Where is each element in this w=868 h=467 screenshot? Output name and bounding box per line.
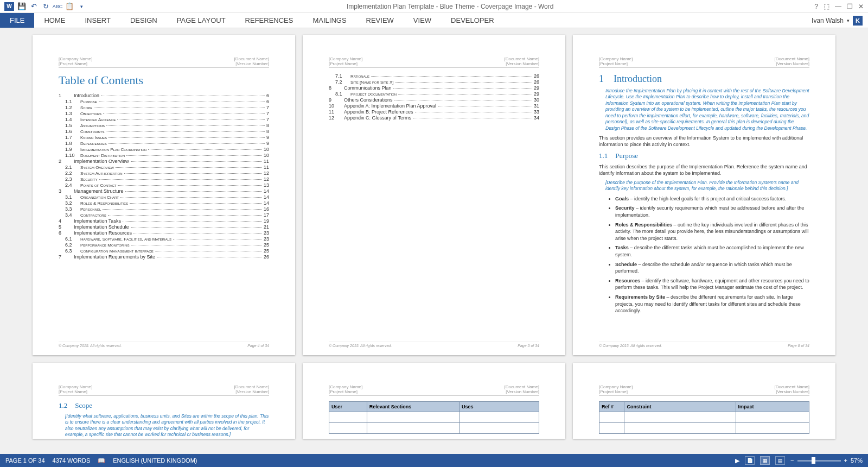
- toc-entry[interactable]: 2.3Security12: [59, 176, 269, 182]
- toc-entry[interactable]: 1.1Purpose6: [59, 99, 269, 104]
- page-count[interactable]: PAGE 1 OF 34: [5, 457, 45, 464]
- toc-entry[interactable]: 7Implementation Requirements by Site26: [59, 254, 269, 260]
- toc-entry[interactable]: 3.2Roles & Responsibilities14: [59, 200, 269, 206]
- scope-instruction: [Identify what software, applications, b…: [59, 413, 269, 438]
- bullet-item: Roles & Responsibilities – outline the k…: [615, 222, 809, 242]
- zoom-out-icon[interactable]: −: [790, 457, 794, 464]
- toc-entry[interactable]: 3.1Organization Chart14: [59, 194, 269, 200]
- close-icon[interactable]: ✕: [858, 3, 864, 10]
- toc-entry[interactable]: 3.4Contractors17: [59, 212, 269, 218]
- toc-entry[interactable]: 7.1Rationale26: [329, 73, 539, 79]
- bullet-item: Goals – identify the high-level goals fo…: [615, 195, 809, 203]
- bullet-item: Resources – identify the software, hardw…: [615, 277, 809, 291]
- toc-heading: Table of Contents: [59, 73, 269, 87]
- toc-entry[interactable]: 4Implementation Tasks19: [59, 218, 269, 224]
- purpose-para: This section describes the purpose of th…: [599, 163, 809, 176]
- bullet-item: Schedule – describe the schedule and/or …: [615, 261, 809, 275]
- user-account[interactable]: Ivan Walsh ▾ K: [812, 16, 868, 26]
- tab-review[interactable]: REVIEW: [356, 13, 404, 28]
- tab-insert[interactable]: INSERT: [75, 13, 120, 28]
- toc-entry[interactable]: 6.2Performance Monitoring25: [59, 242, 269, 248]
- toc-entry[interactable]: 11Appendix B: Project References33: [329, 109, 539, 115]
- heading-purpose: 1.1Purpose: [599, 152, 809, 160]
- redo-icon[interactable]: ↻: [41, 2, 50, 11]
- word-icon[interactable]: W: [4, 2, 14, 11]
- save-icon[interactable]: 💾: [17, 2, 26, 11]
- toc-entry[interactable]: 1.3Objectives7: [59, 111, 269, 116]
- print-layout-icon[interactable]: ▦: [760, 456, 770, 465]
- toc-entry[interactable]: 2.1System Overview11: [59, 165, 269, 170]
- bullet-item: Tasks – describe the different tasks whi…: [615, 244, 809, 258]
- help-icon[interactable]: ?: [814, 3, 818, 10]
- paste-icon[interactable]: 📋: [65, 2, 74, 11]
- ribbon-display-icon[interactable]: ⬚: [824, 3, 829, 10]
- zoom-in-icon[interactable]: +: [844, 457, 847, 464]
- restore-icon[interactable]: ❐: [847, 3, 853, 10]
- macro-icon[interactable]: ▶: [735, 457, 739, 464]
- toc-entry[interactable]: 1.2Scope7: [59, 105, 269, 110]
- intro-instruction: Introduce the Implementation Plan by pla…: [599, 88, 809, 131]
- web-layout-icon[interactable]: ▤: [775, 456, 785, 465]
- page-9: [Company Name][Project Name][Document Na…: [573, 363, 835, 439]
- toc-entry[interactable]: 1.9Implementation Plan Coordination10: [59, 147, 269, 152]
- user-name: Ivan Walsh: [812, 17, 844, 24]
- toc-entry[interactable]: 10Appendix A: Implementation Plan Approv…: [329, 103, 539, 109]
- word-count[interactable]: 4374 WORDS: [53, 457, 91, 464]
- page-5: [Company Name][Project Name][Document Na…: [303, 35, 565, 355]
- bullet-item: Security – identify security requirement…: [615, 205, 809, 218]
- toc-entry[interactable]: 6.3Configuration Management Interface25: [59, 248, 269, 254]
- toc-entry[interactable]: 2Implementation Overview11: [59, 159, 269, 164]
- zoom-slider[interactable]: − + 57%: [790, 457, 863, 464]
- users-table: UserRelevant SectionsUses: [329, 401, 539, 434]
- toc-entry[interactable]: 1Introduction6: [59, 93, 269, 98]
- toc-entry[interactable]: 8Communications Plan29: [329, 85, 539, 91]
- toc-entry[interactable]: 1.10Document Distribution10: [59, 153, 269, 158]
- toc-entry[interactable]: 5Implementation Schedule21: [59, 224, 269, 230]
- tab-page-layout[interactable]: PAGE LAYOUT: [167, 13, 235, 28]
- language[interactable]: ENGLISH (UNITED KINGDOM): [113, 457, 197, 464]
- toc-entry[interactable]: 1.8Dependencies9: [59, 141, 269, 146]
- toc-entry[interactable]: 2.2System Authorization12: [59, 171, 269, 176]
- page-8: [Company Name][Project Name][Document Na…: [303, 363, 565, 439]
- constraints-table: Ref #ConstraintImpact: [599, 401, 809, 434]
- tab-references[interactable]: REFERENCES: [235, 13, 303, 28]
- toc-entry[interactable]: 1.5Assumptions8: [59, 123, 269, 128]
- page-7: [Company Name][Project Name][Document Na…: [33, 363, 295, 439]
- toc-list-1: 1Introduction61.1Purpose61.2Scope71.3Obj…: [59, 93, 269, 260]
- file-tab[interactable]: FILE: [0, 13, 34, 28]
- toc-entry[interactable]: 1.4Intended Audience7: [59, 117, 269, 122]
- minimize-icon[interactable]: —: [835, 3, 841, 10]
- undo-icon[interactable]: ↶: [29, 2, 38, 11]
- qat-more-icon[interactable]: ▾: [77, 2, 86, 11]
- tab-design[interactable]: DESIGN: [120, 13, 167, 28]
- user-badge: K: [853, 16, 863, 26]
- toc-entry[interactable]: 1.7Known Issues9: [59, 135, 269, 140]
- document-title: Implementation Plan Template - Blue Them…: [86, 3, 814, 10]
- toc-entry[interactable]: 9Others Considerations30: [329, 97, 539, 103]
- toc-entry[interactable]: 1.6Constraints8: [59, 129, 269, 134]
- tab-home[interactable]: HOME: [34, 13, 75, 28]
- toc-entry[interactable]: 2.4Points of Contact13: [59, 182, 269, 188]
- toc-entry[interactable]: 12Appendix C: Glossary of Terms34: [329, 115, 539, 121]
- zoom-level[interactable]: 57%: [851, 457, 863, 464]
- toc-entry[interactable]: 8.1Project Documentation29: [329, 91, 539, 97]
- tab-developer[interactable]: DEVELOPER: [441, 13, 503, 28]
- toc-entry[interactable]: 7.2Site [Name for Site X]26: [329, 79, 539, 85]
- spellcheck-icon[interactable]: ABC: [53, 2, 62, 11]
- tab-view[interactable]: VIEW: [404, 13, 441, 28]
- toc-entry[interactable]: 6Implementation Resources23: [59, 230, 269, 236]
- intro-para: This section provides an overview of the…: [599, 135, 809, 148]
- proofing-icon[interactable]: 📖: [98, 457, 105, 464]
- heading-scope: 1.2Scope: [59, 401, 269, 410]
- tab-mailings[interactable]: MAILINGS: [303, 13, 356, 28]
- ribbon-tabs: FILE HOME INSERT DESIGN PAGE LAYOUT REFE…: [0, 13, 868, 28]
- toc-entry[interactable]: 6.1Hardware, Software, Facilities, and M…: [59, 236, 269, 242]
- toc-entry[interactable]: 3Management Structure14: [59, 188, 269, 194]
- heading-introduction: 1Introduction: [599, 73, 809, 85]
- document-area[interactable]: [Company Name][Project Name][Document Na…: [0, 28, 868, 454]
- status-bar: PAGE 1 OF 34 4374 WORDS 📖 ENGLISH (UNITE…: [0, 454, 868, 467]
- read-mode-icon[interactable]: 📄: [745, 456, 755, 465]
- quick-access-toolbar: W 💾 ↶ ↻ ABC 📋 ▾: [4, 2, 86, 11]
- toc-entry[interactable]: 3.3Personnel16: [59, 206, 269, 212]
- toc-list-2: 7.1Rationale267.2Site [Name for Site X]2…: [329, 73, 539, 121]
